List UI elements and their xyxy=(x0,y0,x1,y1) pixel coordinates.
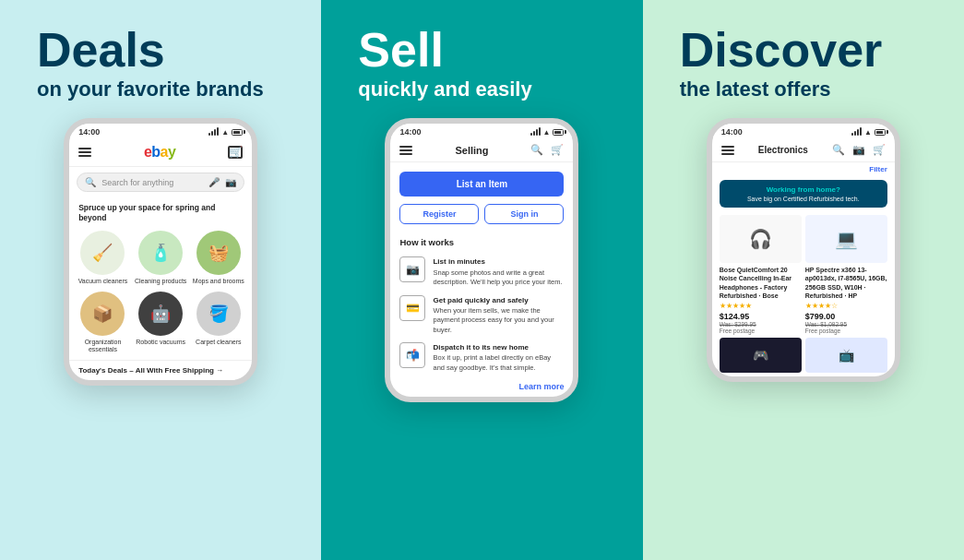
category-item[interactable]: 🧹Vacuum cleaners xyxy=(77,231,129,285)
product-shipping: Free postage xyxy=(805,328,887,334)
product-grid-bottom: 🎮📺 xyxy=(712,338,895,376)
product-stars: ★★★★☆ xyxy=(805,302,887,310)
category-item[interactable]: 🧴Cleaning products xyxy=(135,231,187,285)
product-thumbnail[interactable]: 🎮 xyxy=(720,338,802,373)
product-grid: 🎧Bose QuietComfort 20 Noise Cancelling I… xyxy=(712,211,895,337)
hamburger-menu-1[interactable] xyxy=(78,148,91,157)
panel1-subheadline: on your favorite brands xyxy=(28,77,264,101)
deals-footer[interactable]: Today's Deals – All With Free Shipping → xyxy=(69,360,252,380)
product-was-price: Was: $299.95 xyxy=(720,321,802,328)
battery-icon-2 xyxy=(553,129,564,136)
panel2-headline: Sell xyxy=(349,26,531,74)
category-icon: 🤖 xyxy=(138,292,183,336)
panel1-headline: Deals xyxy=(28,26,264,74)
category-label: Robotic vacuums xyxy=(136,339,185,346)
panel-sell: Sell quickly and easily 14:00 ▲ Selling … xyxy=(321,0,642,560)
category-grid-1: 🧹Vacuum cleaners🧴Cleaning products🧺Mops … xyxy=(69,227,252,359)
panel-deals: Deals on your favorite brands 14:00 ▲ eb… xyxy=(0,0,321,560)
product-card[interactable]: 🎧Bose QuietComfort 20 Noise Cancelling I… xyxy=(720,215,802,333)
category-label: Vacuum cleaners xyxy=(78,278,128,285)
cart-icon-1[interactable]: 🛒 xyxy=(228,146,243,159)
status-time-3: 14:00 xyxy=(721,127,743,137)
product-card[interactable]: 💻HP Spectre x360 13-ap0013dx, i7-8565U, … xyxy=(805,215,887,333)
status-time-2: 14:00 xyxy=(399,127,421,137)
camera-icon-1: 📷 xyxy=(225,177,236,187)
signin-button[interactable]: Sign in xyxy=(484,204,564,224)
phone-status-1: 14:00 ▲ xyxy=(69,124,252,138)
phone-deals: 14:00 ▲ ebay 🛒 🔍 Search for anything xyxy=(64,118,257,385)
auth-buttons: Register Sign in xyxy=(399,204,564,224)
signal-icon-2 xyxy=(530,128,541,136)
learn-more-link[interactable]: Learn more xyxy=(390,376,573,397)
search-icon-3[interactable]: 🔍 xyxy=(832,144,845,156)
panel3-subheadline: the latest offers xyxy=(671,77,883,101)
how-step: 📷List in minutesSnap some photos and wri… xyxy=(390,253,573,291)
panel2-subheadline: quickly and easily xyxy=(349,77,531,101)
electronics-title: Electronics xyxy=(758,145,808,155)
signal-icon-1 xyxy=(208,128,219,136)
category-label: Carpet cleaners xyxy=(196,339,241,346)
product-image: 💻 xyxy=(805,215,887,263)
product-price: $124.95 xyxy=(720,312,802,321)
cart-icon-2[interactable]: 🛒 xyxy=(551,144,564,156)
category-icon: 🧴 xyxy=(138,231,183,275)
how-step-icon: 📬 xyxy=(399,342,425,368)
status-icons-1: ▲ xyxy=(208,128,243,137)
product-image: 🎧 xyxy=(720,215,802,263)
battery-icon-3 xyxy=(875,129,886,136)
selling-title: Selling xyxy=(455,145,488,156)
phone-sell: 14:00 ▲ Selling 🔍 🛒 List an Item Registe… xyxy=(385,118,578,402)
category-label: Organization essentials xyxy=(77,339,129,354)
hamburger-menu-2[interactable] xyxy=(399,146,412,155)
product-price: $799.00 xyxy=(805,312,887,321)
category-item[interactable]: 🪣Carpet cleaners xyxy=(192,292,244,354)
category-label: Mops and brooms xyxy=(193,278,244,285)
promo-text-1: Spruce up your space for spring and beyo… xyxy=(69,197,252,227)
wifi-icon-2: ▲ xyxy=(543,128,551,137)
category-icon: 🧺 xyxy=(196,231,241,275)
ebay-logo: ebay xyxy=(144,144,176,161)
battery-icon-1 xyxy=(232,129,243,136)
product-name: Bose QuietComfort 20 Noise Cancelling In… xyxy=(720,266,802,299)
hamburger-menu-3[interactable] xyxy=(721,146,734,155)
cart-icon-3[interactable]: 🛒 xyxy=(873,144,886,156)
navbar-1: ebay 🛒 xyxy=(69,138,252,167)
camera-icon-3[interactable]: 📷 xyxy=(852,144,865,156)
how-step-text: Get paid quickly and safelyWhen your ite… xyxy=(433,295,564,336)
signal-icon-3 xyxy=(851,128,862,136)
status-icons-2: ▲ xyxy=(530,128,565,137)
how-step: 📬Dispatch it to its new homeBox it up, p… xyxy=(390,339,573,376)
category-item[interactable]: 🤖Robotic vacuums xyxy=(135,292,187,354)
promo-banner[interactable]: Working from home? Save big on Certified… xyxy=(720,180,887,208)
product-was-price: Was: $1,082.95 xyxy=(805,321,887,328)
category-item[interactable]: 📦Organization essentials xyxy=(77,292,129,354)
panel-discover: Discover the latest offers 14:00 ▲ Elect… xyxy=(643,0,964,560)
search-icon-1: 🔍 xyxy=(85,177,96,187)
phone-discover: 14:00 ▲ Electronics 🔍 📷 🛒 Filter Work xyxy=(707,118,900,381)
navbar-2: Selling 🔍 🛒 xyxy=(390,138,573,162)
promo-banner-sub: Save big on Certified Refurbished tech. xyxy=(729,196,878,202)
how-step-icon: 📷 xyxy=(399,256,425,282)
filter-link[interactable]: Filter xyxy=(712,162,895,176)
product-thumbnail[interactable]: 📺 xyxy=(805,338,887,373)
category-item[interactable]: 🧺Mops and brooms xyxy=(192,231,244,285)
status-time-1: 14:00 xyxy=(78,127,100,137)
list-item-button[interactable]: List an Item xyxy=(399,172,564,197)
panel3-headline: Discover xyxy=(671,26,883,74)
product-name: HP Spectre x360 13-ap0013dx, i7-8565U, 1… xyxy=(805,266,887,299)
product-shipping: Free postage xyxy=(720,328,802,334)
search-bar-1[interactable]: 🔍 Search for anything 🎤 📷 xyxy=(77,173,244,192)
register-button[interactable]: Register xyxy=(399,204,479,224)
navbar-3: Electronics 🔍 📷 🛒 xyxy=(712,138,895,162)
wifi-icon-1: ▲ xyxy=(221,128,229,137)
phone-status-3: 14:00 ▲ xyxy=(712,124,895,138)
category-label: Cleaning products xyxy=(135,278,186,285)
status-icons-3: ▲ xyxy=(851,128,886,137)
product-stars: ★★★★★ xyxy=(720,302,802,310)
search-placeholder-1: Search for anything xyxy=(101,178,203,187)
how-it-works-steps: 📷List in minutesSnap some photos and wri… xyxy=(390,253,573,376)
search-icon-2[interactable]: 🔍 xyxy=(530,144,543,156)
category-icon: 🪣 xyxy=(196,292,241,336)
nav-icons-3: 🔍 📷 🛒 xyxy=(832,144,886,156)
wifi-icon-3: ▲ xyxy=(864,128,872,137)
